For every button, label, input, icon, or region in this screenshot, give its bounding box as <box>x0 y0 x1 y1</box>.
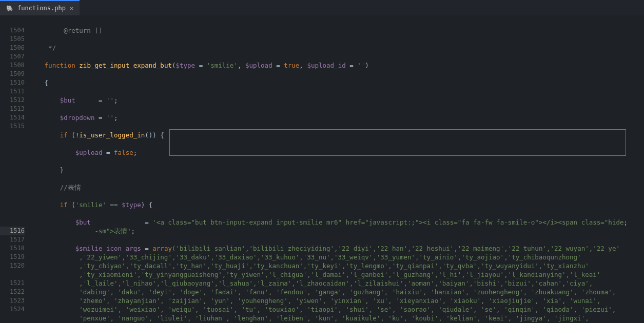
close-icon[interactable]: ✕ <box>70 5 73 12</box>
file-tab[interactable]: 🐘 functions.php ✕ <box>0 0 80 15</box>
tab-bar: 🐘 functions.php ✕ <box>0 0 644 15</box>
array-content: ('bilibili_sanlian','bilibili_zheciyidin… <box>172 245 620 252</box>
string: '' <box>106 114 114 122</box>
keyword: array <box>152 245 172 252</box>
line-gutter: 1504150515061507150815091510151115121513… <box>0 15 30 323</box>
keyword: function <box>45 62 75 69</box>
string: '' <box>106 96 114 104</box>
keyword: if <box>60 201 68 209</box>
boolean: true <box>284 62 299 69</box>
variable: $dropdown <box>60 114 95 122</box>
function-name: zib_get_input_expand_but <box>79 62 172 69</box>
string: '' <box>357 62 365 69</box>
boolean: false <box>114 149 133 156</box>
tab-filename: functions.php <box>17 5 66 12</box>
string: '<a class="but btn-input-expand input-sm… <box>152 218 623 226</box>
code-area[interactable]: @return [] */ function zib_get_input_exp… <box>30 15 644 323</box>
variable: $upload_id <box>307 62 345 69</box>
variable: $smilie_icon_args <box>75 245 141 252</box>
string: 'smilie' <box>207 62 238 69</box>
comment: @return [] <box>33 27 102 34</box>
code-editor[interactable]: 1504150515061507150815091510151115121513… <box>0 15 644 323</box>
variable: $but <box>60 96 75 104</box>
php-icon: 🐘 <box>6 5 13 12</box>
variable: $type <box>175 62 195 69</box>
string: 'smilie' <box>75 201 106 209</box>
comment: //表情 <box>60 184 81 191</box>
variable: $type <box>122 201 141 209</box>
function-call: is_user_logged_in <box>79 131 145 139</box>
comment: */ <box>33 44 56 52</box>
variable: $but <box>75 218 91 226</box>
variable: $upload <box>245 62 272 69</box>
variable: $upload <box>75 149 103 156</box>
keyword: if <box>60 131 68 139</box>
